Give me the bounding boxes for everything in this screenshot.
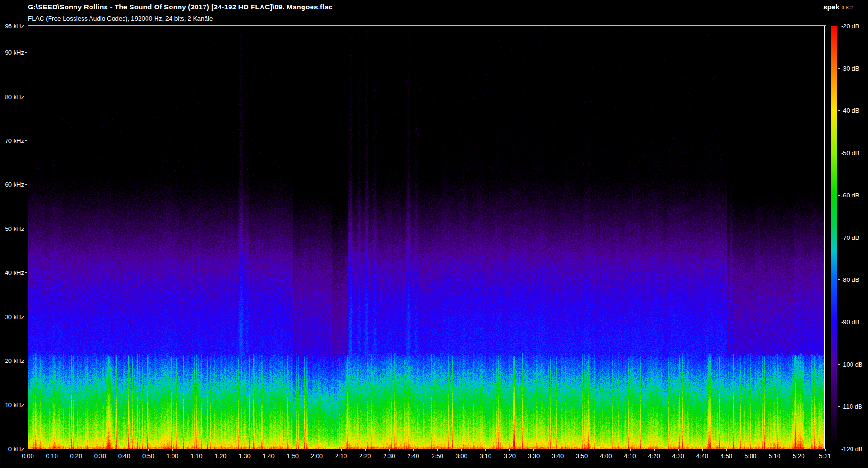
freq-tick — [25, 272, 27, 273]
time-tick — [702, 449, 703, 451]
freq-tick-label: 60 kHz — [0, 181, 24, 188]
freq-tick — [25, 229, 27, 229]
time-tick — [630, 449, 631, 451]
time-tick — [148, 449, 149, 451]
app-brand: spek0.8.2 — [823, 3, 853, 11]
freq-tick-label: 0 kHz — [0, 445, 24, 452]
time-tick — [825, 449, 826, 451]
freq-tick-label: 30 kHz — [0, 313, 24, 320]
db-tick — [838, 449, 840, 449]
db-tick-label: -50 dB — [841, 149, 859, 156]
time-tick — [654, 449, 655, 451]
db-tick-label: -20 dB — [841, 23, 859, 30]
freq-tick — [25, 97, 27, 97]
db-tick — [838, 238, 840, 238]
time-tick — [726, 449, 727, 451]
time-tick — [221, 449, 221, 451]
file-path-title: G:\SEED\Sonny Rollins - The Sound Of Son… — [28, 3, 333, 11]
freq-tick-label: 80 kHz — [0, 93, 24, 100]
time-tick — [461, 449, 462, 451]
plot-right-border — [824, 26, 825, 449]
spectrogram-canvas — [28, 26, 825, 449]
time-tick — [582, 449, 582, 451]
freq-tick-label: 40 kHz — [0, 269, 24, 276]
db-tick — [838, 195, 840, 196]
freq-tick — [25, 317, 27, 317]
freq-tick — [25, 52, 27, 53]
time-tick — [751, 449, 751, 451]
freq-tick — [25, 361, 27, 361]
freq-tick-label: 50 kHz — [0, 225, 24, 232]
time-tick — [533, 449, 534, 451]
time-tick-label: 5:20 — [785, 452, 813, 460]
time-tick — [389, 449, 390, 451]
freq-tick-label: 96 kHz — [0, 23, 24, 30]
db-tick — [838, 322, 840, 322]
time-tick — [100, 449, 100, 451]
freq-tick-label: 20 kHz — [0, 357, 24, 364]
time-tick — [775, 449, 775, 451]
db-tick — [838, 110, 840, 111]
db-tick — [838, 68, 840, 69]
time-tick-label: 5:31 — [811, 452, 839, 460]
time-tick — [245, 449, 245, 451]
audio-info: FLAC (Free Lossless Audio Codec), 192000… — [28, 15, 213, 22]
time-tick — [799, 449, 799, 451]
freq-tick-label: 90 kHz — [0, 49, 24, 56]
time-tick — [172, 449, 173, 451]
freq-tick — [25, 449, 27, 449]
db-legend-gradient — [831, 26, 837, 449]
time-tick — [437, 449, 438, 451]
db-tick-label: -110 dB — [841, 403, 862, 410]
db-tick-label: -60 dB — [841, 192, 859, 199]
time-tick — [558, 449, 558, 451]
freq-tick-label: 10 kHz — [0, 402, 24, 409]
time-tick — [76, 449, 76, 451]
db-tick-label: -30 dB — [841, 65, 859, 72]
db-tick — [838, 364, 840, 365]
db-tick-label: -100 dB — [841, 361, 863, 368]
time-tick — [485, 449, 486, 451]
db-tick — [838, 153, 840, 153]
time-tick — [509, 449, 510, 451]
freq-tick — [25, 405, 27, 405]
time-tick — [293, 449, 293, 451]
db-tick-label: -80 dB — [841, 276, 859, 283]
app-version: 0.8.2 — [842, 5, 853, 10]
freq-tick — [25, 140, 27, 141]
time-tick — [341, 449, 342, 451]
db-tick — [838, 26, 840, 26]
time-tick — [365, 449, 366, 451]
app-name: spek — [823, 3, 839, 11]
time-tick — [606, 449, 606, 451]
time-tick — [317, 449, 317, 451]
freq-tick — [25, 26, 27, 26]
time-tick — [678, 449, 679, 451]
db-tick — [838, 279, 840, 280]
time-tick — [413, 449, 414, 451]
db-tick-label: -90 dB — [841, 319, 859, 326]
db-tick-label: -120 dB — [841, 445, 863, 452]
plot-top-border — [28, 25, 826, 26]
db-tick-label: -70 dB — [841, 234, 859, 241]
time-tick — [124, 449, 124, 451]
db-tick — [838, 406, 840, 407]
freq-tick-label: 70 kHz — [0, 137, 24, 144]
time-tick — [28, 449, 28, 451]
time-tick — [269, 449, 269, 451]
time-tick — [197, 449, 197, 451]
db-tick-label: -40 dB — [841, 107, 859, 114]
time-tick — [52, 449, 52, 451]
freq-tick — [25, 184, 27, 185]
